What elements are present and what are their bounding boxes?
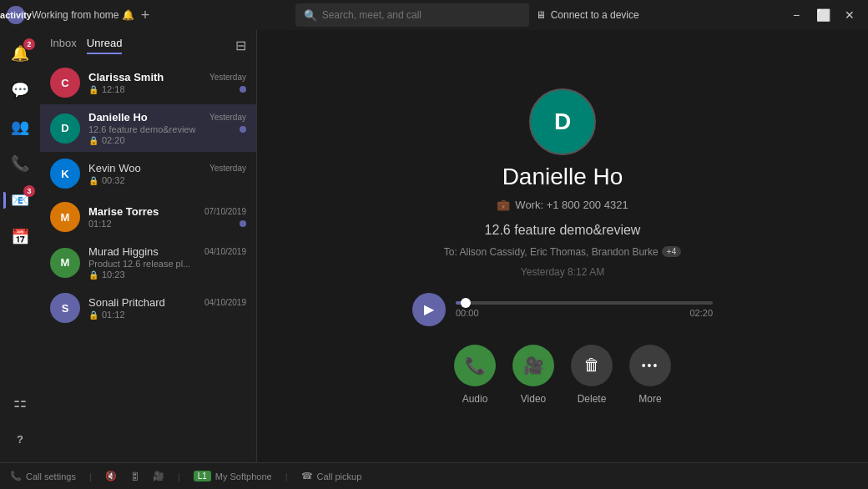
chat-icon: 💬 — [11, 81, 29, 99]
current-time: 00:00 — [456, 308, 479, 318]
audio-settings-icon: 🎛 — [130, 471, 139, 481]
chat-list-header: Inbox Unread ⊟ — [40, 30, 256, 61]
call-settings-icon: 📞 — [10, 471, 22, 481]
search-bar: 🔍 — [295, 3, 529, 27]
search-input[interactable] — [322, 9, 521, 21]
connect-device-button[interactable]: 🖥 Connect to a device — [536, 9, 639, 21]
contact-avatar-large: D — [529, 88, 596, 155]
chat-name-row: Sonali Pritchard 04/10/2019 — [88, 296, 246, 309]
voice-message-panel: D Danielle Ho 💼 Work: +1 800 200 4321 12… — [354, 88, 771, 405]
sidebar-item-apps[interactable]: ⚏ — [3, 386, 37, 419]
chat-preview-row: 01:12 — [88, 219, 246, 229]
contact-name: Clarissa Smith — [88, 71, 164, 83]
video-label: Video — [521, 393, 546, 405]
separator-3: | — [285, 471, 288, 481]
video-settings-icon: 🎥 — [153, 471, 164, 481]
chat-preview-row: 12.6 feature demo&review — [88, 124, 246, 134]
sidebar-item-activity[interactable]: 🔔 2 — [3, 37, 37, 70]
list-item[interactable]: K Kevin Woo Yesterday 🔒 00:32 — [40, 152, 256, 195]
chat-time: 07/10/2019 — [204, 207, 246, 216]
call-pickup-icon: ☎ — [301, 471, 313, 481]
chat-info: Danielle Ho Yesterday 12.6 feature demo&… — [88, 111, 246, 145]
separator-1: | — [89, 471, 92, 481]
close-button[interactable]: ✕ — [838, 3, 861, 27]
contact-name: Kevin Woo — [88, 162, 141, 174]
app-title: Working from home 🔔 — [32, 9, 134, 21]
sidebar-nav-bottom: ⚏ ? — [3, 386, 37, 456]
message-subject: 12.6 feature demo&review — [485, 223, 641, 238]
duration: 02:20 — [689, 308, 713, 318]
call-settings-label: Call settings — [26, 471, 76, 481]
sidebar-item-voicemail[interactable]: 📧 3 — [3, 184, 37, 217]
list-item[interactable]: D Danielle Ho Yesterday 12.6 feature dem… — [40, 104, 256, 152]
message-to: To: Alison Cassidy, Eric Thomas, Brandon… — [444, 246, 681, 258]
chat-subtime: 02:20 — [102, 135, 125, 145]
teams-icon: 👥 — [11, 118, 29, 136]
more-button[interactable]: ••• — [629, 345, 671, 386]
sidebar-item-calls[interactable]: 📞 — [3, 147, 37, 180]
chat-info: Murad Higgins 04/10/2019 Product 12.6 re… — [88, 245, 246, 280]
chat-name-row: Kevin Woo Yesterday — [88, 162, 246, 174]
chat-tabs: Inbox Unread — [50, 37, 122, 54]
chat-time: Yesterday — [209, 164, 246, 173]
video-icon: 🎥 — [523, 355, 544, 376]
title-bar: activity Working from home 🔔 + 🔍 🖥 Conne… — [0, 0, 868, 30]
work-number: Work: +1 800 200 4321 — [515, 199, 628, 211]
chat-preview: Product 12.6 release pl... — [88, 259, 190, 269]
avatar: K — [50, 159, 80, 189]
audio-player: ▶ 00:00 02:20 — [412, 293, 713, 326]
video-settings-item[interactable]: 🎥 — [153, 471, 164, 481]
user-avatar[interactable]: activity — [7, 6, 25, 24]
delete-button[interactable]: 🗑 — [571, 345, 613, 386]
chat-info: Marise Torres 07/10/2019 01:12 — [88, 205, 246, 229]
contact-name: Danielle Ho — [88, 111, 148, 124]
add-button[interactable]: + — [141, 7, 150, 24]
chat-subtime: 00:32 — [102, 175, 125, 185]
chat-preview-row: 🔒 12:18 — [88, 84, 246, 94]
contact-name: Murad Higgins — [88, 245, 159, 258]
progress-dot — [461, 298, 471, 308]
briefcase-icon: 💼 — [497, 199, 510, 211]
maximize-button[interactable]: ⬜ — [811, 3, 835, 27]
contact-work: 💼 Work: +1 800 200 4321 — [497, 199, 628, 211]
sidebar-item-chat[interactable]: 💬 — [3, 73, 37, 107]
video-call-button[interactable]: 🎥 — [512, 345, 554, 386]
noise-suppression-item[interactable]: 🔇 — [105, 471, 117, 481]
chat-time: 04/10/2019 — [204, 247, 246, 256]
tab-inbox[interactable]: Inbox — [50, 37, 77, 54]
chat-items: C Clarissa Smith Yesterday 🔒 12:18 D — [40, 61, 256, 462]
noise-icon: 🔇 — [105, 471, 117, 481]
audio-call-button[interactable]: 📞 — [454, 345, 496, 386]
more-button-group: ••• More — [629, 345, 671, 405]
search-icon: 🔍 — [304, 9, 317, 22]
sidebar-item-calendar[interactable]: 📅 — [3, 220, 37, 254]
sidebar-item-help[interactable]: ? — [3, 422, 37, 456]
list-item[interactable]: M Murad Higgins 04/10/2019 Product 12.6 … — [40, 239, 256, 286]
chat-subtime-row: 🔒 02:20 — [88, 135, 246, 145]
chat-preview-row: Product 12.6 release pl... — [88, 259, 246, 269]
filter-button[interactable]: ⊟ — [235, 38, 246, 53]
chat-info: Kevin Woo Yesterday 🔒 00:32 — [88, 162, 246, 185]
list-item[interactable]: S Sonali Pritchard 04/10/2019 🔒 01:12 — [40, 286, 256, 330]
chat-time: Yesterday — [209, 73, 246, 82]
sidebar-nav: 🔔 2 💬 👥 📞 📧 3 📅 ⚏ ? — [0, 30, 40, 462]
chat-info: Clarissa Smith Yesterday 🔒 12:18 — [88, 71, 246, 94]
delete-button-group: 🗑 Delete — [571, 345, 613, 405]
delete-icon: 🗑 — [583, 355, 600, 375]
play-button[interactable]: ▶ — [412, 293, 446, 326]
status-bar: 📞 Call settings | 🔇 🎛 🎥 | L1 My Softphon… — [0, 462, 868, 489]
audio-settings-item[interactable]: 🎛 — [130, 471, 139, 481]
sidebar-item-teams[interactable]: 👥 — [3, 110, 37, 144]
progress-bar[interactable] — [456, 301, 713, 305]
more-label: More — [638, 393, 661, 405]
chat-name-row: Danielle Ho Yesterday — [88, 111, 246, 124]
list-item[interactable]: C Clarissa Smith Yesterday 🔒 12:18 — [40, 61, 256, 104]
call-settings-item[interactable]: 📞 Call settings — [10, 471, 76, 481]
list-item[interactable]: M Marise Torres 07/10/2019 01:12 — [40, 195, 256, 239]
chat-info: Sonali Pritchard 04/10/2019 🔒 01:12 — [88, 296, 246, 320]
audio-times: 00:00 02:20 — [456, 308, 713, 318]
tab-unread[interactable]: Unread — [87, 37, 123, 54]
minimize-button[interactable]: − — [785, 3, 808, 27]
call-pickup-item[interactable]: ☎ Call pickup — [301, 471, 362, 481]
softphone-item[interactable]: L1 My Softphone — [194, 471, 272, 481]
